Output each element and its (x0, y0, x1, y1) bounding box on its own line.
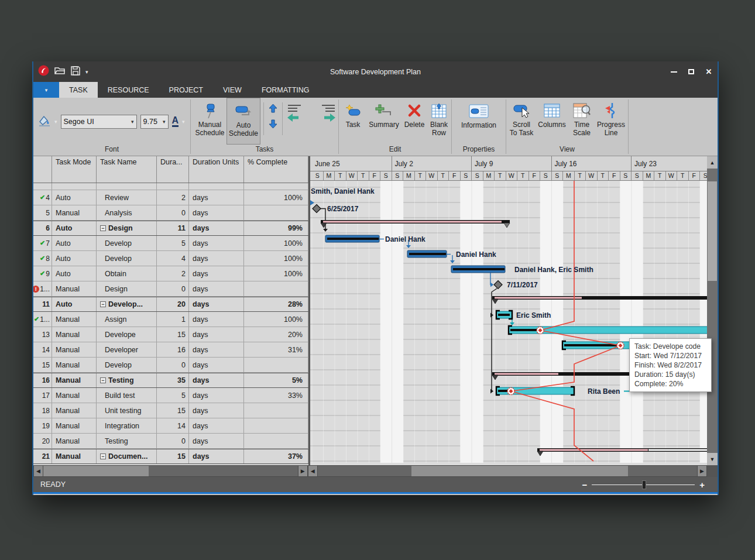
background-color-dropdown-icon[interactable]: ▾ (54, 119, 57, 125)
cell-duration[interactable]: 16 (157, 342, 189, 357)
collapse-toggle-icon[interactable]: − (100, 301, 106, 307)
cell-duration[interactable]: 15 (157, 449, 189, 463)
cell-pct-complete[interactable]: 31% (244, 342, 308, 357)
day-header-cell[interactable]: M (643, 171, 655, 180)
week-header-cell[interactable]: July 2 (392, 156, 472, 171)
table-scroll-track[interactable] (43, 466, 298, 476)
day-header-cell[interactable]: F (369, 171, 381, 180)
cell-duration[interactable]: 0 (157, 434, 189, 448)
task-bar-manual[interactable] (496, 311, 512, 319)
table-row[interactable]: 21Manual−Documen...15days37% (33, 449, 308, 464)
cell-task-name[interactable]: −Documen... (97, 449, 157, 463)
cell-duration[interactable]: 0 (157, 281, 189, 296)
cell-pct-complete[interactable] (244, 434, 308, 448)
cell-task-mode[interactable]: Manual (52, 418, 97, 433)
cell-pct-complete[interactable] (244, 281, 308, 296)
table-row[interactable]: ✔4AutoReview2days100% (33, 190, 308, 205)
column-header-duration[interactable]: Dura... (157, 156, 189, 183)
cell-duration-units[interactable]: days (189, 251, 244, 266)
day-header-cell[interactable]: S (700, 171, 707, 180)
cell-pct-complete[interactable] (244, 418, 308, 433)
save-icon[interactable] (71, 66, 80, 78)
cell-row-number[interactable]: ✔9 (33, 266, 52, 281)
zoom-slider-thumb[interactable] (642, 480, 646, 489)
table-row[interactable]: 16Manual−Testing35days5% (33, 373, 308, 388)
scroll-down-button[interactable]: ▼ (707, 453, 718, 465)
cell-pct-complete[interactable] (244, 403, 308, 418)
blank-row-button[interactable]: Blank Row (427, 98, 451, 145)
cell-row-number[interactable]: 15 (33, 358, 52, 372)
day-header-cell[interactable]: S (461, 171, 472, 180)
cell-duration-units[interactable]: days (189, 236, 244, 250)
collapse-toggle-icon[interactable]: − (100, 454, 106, 459)
table-row[interactable]: 13ManualDevelope15days20% (33, 327, 308, 342)
insert-task-button[interactable]: Task (340, 98, 366, 145)
day-header-cell[interactable]: S (472, 171, 483, 180)
cell-task-name[interactable]: Obtain (97, 266, 157, 281)
day-header-cell[interactable]: T (495, 171, 506, 180)
delete-task-button[interactable]: Delete (402, 98, 427, 145)
cell-duration-units[interactable]: days (189, 281, 244, 296)
cell-duration-units[interactable]: days (189, 434, 244, 448)
day-header-cell[interactable]: F (529, 171, 541, 180)
cell-pct-complete[interactable]: 5% (244, 373, 308, 387)
cell-task-mode[interactable]: Manual (52, 327, 97, 342)
cell-task-mode[interactable]: Manual (52, 358, 97, 372)
cell-task-name[interactable]: Assign (97, 312, 157, 327)
cell-row-number[interactable]: 21 (33, 449, 52, 463)
tab-resource[interactable]: RESOURCE (98, 82, 159, 98)
table-row[interactable]: ✔8AutoDevelop4days100% (33, 251, 308, 266)
cell-duration-units[interactable]: days (189, 266, 244, 281)
table-scroll-left-button[interactable]: ◀ (34, 466, 43, 476)
cell-duration[interactable]: 11 (157, 221, 189, 235)
cell-row-number[interactable]: 11 (33, 297, 52, 311)
cell-pct-complete[interactable]: 100% (244, 236, 308, 250)
chart-horizontal-scrollbar[interactable]: ◀ ▶ (308, 465, 707, 477)
gantt-chart-body[interactable]: Smith, Daniel Hank6/25/2017Daniel HankDa… (310, 181, 707, 465)
cell-pct-complete[interactable]: 100% (244, 190, 308, 205)
task-bar-auto[interactable] (451, 266, 505, 273)
table-row[interactable]: 20ManualTesting0days (33, 434, 308, 449)
week-header-cell[interactable]: July 9 (472, 156, 552, 171)
timescale-day-row[interactable]: SMTWTFSSMTWTFSSMTWTFSSMTWTFSSMTWTFS (310, 171, 707, 181)
cell-row-number[interactable]: 6 (33, 221, 52, 235)
day-header-cell[interactable]: T (654, 171, 666, 180)
cell-row-number[interactable]: ✔8 (33, 251, 52, 266)
day-header-cell[interactable]: F (449, 171, 461, 180)
day-header-cell[interactable]: S (312, 171, 324, 180)
cell-duration[interactable]: 2 (157, 190, 189, 205)
scroll-up-button[interactable]: ▲ (707, 156, 718, 169)
day-header-cell[interactable]: S (632, 171, 643, 180)
font-color-dropdown-icon[interactable]: ▾ (182, 119, 185, 125)
tab-view[interactable]: VIEW (213, 82, 252, 98)
cell-duration-units[interactable]: days (189, 221, 244, 235)
cell-duration[interactable]: 15 (157, 327, 189, 342)
columns-button[interactable]: Columns (536, 98, 568, 145)
cell-task-name[interactable]: Integration (97, 418, 157, 433)
cell-row-number[interactable]: 19 (33, 418, 52, 433)
cell-row-number[interactable]: 14 (33, 342, 52, 357)
cell-task-mode[interactable]: Manual (52, 205, 97, 220)
time-scale-button[interactable]: Time Scale (568, 98, 595, 145)
cell-task-name[interactable]: Develop (97, 358, 157, 372)
cell-task-mode[interactable]: Auto (52, 190, 97, 205)
cell-row-number[interactable]: 16 (33, 373, 52, 387)
cell-row-number[interactable]: 18 (33, 403, 52, 418)
cell-task-mode[interactable]: Manual (52, 449, 97, 463)
column-header-task-name[interactable]: Task Name (97, 156, 157, 183)
outdent-task-button[interactable] (286, 102, 307, 126)
cell-task-mode[interactable]: Auto (52, 236, 97, 250)
cell-duration-units[interactable]: days (189, 449, 244, 463)
day-header-cell[interactable]: W (506, 171, 518, 180)
cell-duration-units[interactable]: days (189, 403, 244, 418)
cell-task-mode[interactable]: Manual (52, 373, 97, 387)
cell-task-mode[interactable]: Manual (52, 342, 97, 357)
move-task-down-button[interactable] (267, 118, 279, 130)
table-row[interactable]: 5ManualAnalysis0days (33, 205, 308, 221)
table-row[interactable]: 18ManualUnit testing15days (33, 403, 308, 418)
cell-row-number[interactable]: ✔7 (33, 236, 52, 250)
week-header-cell[interactable]: June 25 (312, 156, 392, 171)
indent-task-button[interactable] (315, 102, 337, 126)
table-row[interactable]: 15ManualDevelop0days (33, 358, 308, 373)
cell-duration-units[interactable]: days (189, 205, 244, 220)
